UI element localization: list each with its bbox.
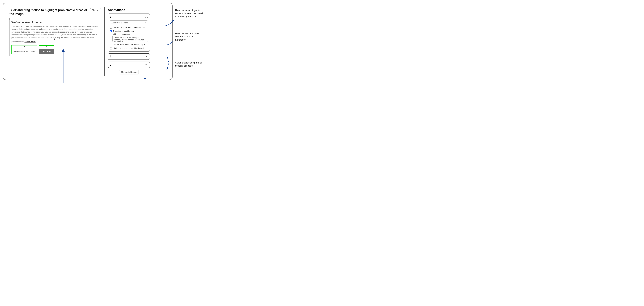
callout-comments: User can add additional comments to thei… [175,32,202,41]
annotation-number: 0 [110,15,112,18]
check-label: There is no reject button. [113,30,134,32]
annotation-domain-select[interactable]: Annotation Domain [110,20,148,25]
cookie-policy-link[interactable]: cookie policy [24,41,36,43]
annotations-title: Annotations [108,8,150,12]
check-label: Consent Buttons are different colours. [113,26,145,28]
check-row[interactable]: Choice 'accept all' is pre-highlighted [110,47,148,50]
annotation-card-1: 1 ﹀ [108,53,150,60]
checkbox[interactable] [110,27,112,28]
annotation-number: 1 [110,55,112,58]
annotation-card-2: 2 ﹀ [108,62,150,68]
checkbox[interactable] [110,48,112,50]
check-row[interactable]: There is no reject button. [110,30,148,32]
highlight-marker-2: 2 [24,46,25,49]
check-row[interactable]: Consent Buttons are different colours. [110,26,148,28]
highlight-marker-1: 1 [54,37,55,40]
check-label: Choice 'accept all' is pre-highlighted [113,47,144,49]
chevron-down-icon: ﹀ [145,54,148,58]
generate-report-button[interactable]: Generate Report [119,70,138,74]
annotation-header-1[interactable]: 1 ﹀ [108,54,150,60]
checkbox[interactable] [110,44,112,46]
check-row[interactable]: I do not know what I am consenting to. [110,44,148,46]
annotation-number: 2 [110,63,112,66]
instruction-text: Click and drag mouse to highlight proble… [10,8,88,16]
chevron-down-icon: ﹀ [145,63,148,67]
left-panel: Click and drag mouse to highlight proble… [7,7,104,76]
consent-body: The use of technology such as cookies al… [12,25,99,43]
annotation-header-2[interactable]: 2 ﹀ [108,62,150,68]
accept-button[interactable]: I ACCEPT [39,49,54,54]
consent-title: We Value Your Privacy [12,21,99,24]
chevron-up-icon: ︿ [145,15,148,19]
additional-comments-input[interactable] [112,36,148,42]
annotations-panel: Annotations 0 ︿ Annotation Domain ◆ [104,7,151,76]
manage-settings-button[interactable]: MANAGE MY SETTINGS [12,49,37,54]
checkbox[interactable] [110,30,112,32]
main-frame: Click and drag mouse to highlight proble… [2,2,172,80]
highlight-box-2[interactable]: 2 MANAGE MY SETTINGS [12,45,37,54]
callout-domain: User can select linguistic terms suitabl… [175,9,204,18]
highlight-marker-0: 0 [46,46,47,49]
consent-screenshot[interactable]: We Value Your Privacy The use of technol… [10,19,101,56]
clear-all-button[interactable]: Clear All [90,8,101,12]
resize-handle-icon[interactable] [9,18,10,20]
callout-other: Other problematic parts of consent dialo… [175,61,202,68]
highlight-box-0[interactable]: 0 I ACCEPT [39,45,54,54]
additional-comments-label: Additional Comments [112,33,148,35]
check-label: I do not know what I am consenting to. [113,44,146,46]
annotation-card-0: 0 ︿ Annotation Domain ◆ Consent Buttons … [108,14,150,52]
annotation-header-0[interactable]: 0 ︿ [108,14,150,20]
